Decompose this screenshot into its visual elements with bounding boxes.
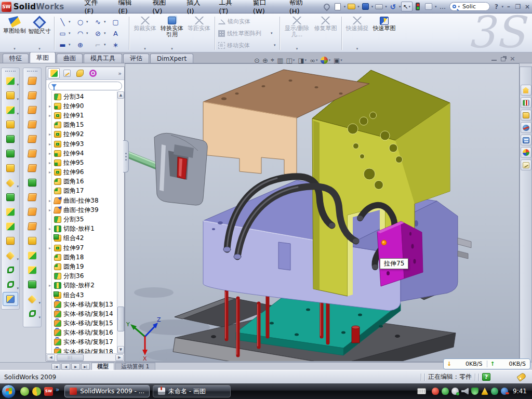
quick-launch-chevron[interactable]: » — [56, 386, 59, 393]
view-display-style[interactable]: ◨▾ — [297, 56, 308, 65]
tool-dashed-curve[interactable] — [3, 263, 18, 277]
menu-item[interactable]: 视图(V) — [145, 0, 180, 13]
chevron-down-icon[interactable]: ▾ — [104, 43, 106, 47]
tree-item[interactable]: ▸拉伸94 — [49, 149, 117, 158]
close-button[interactable]: × — [523, 3, 532, 11]
menu-item[interactable]: 插入(I) — [180, 0, 212, 13]
chevron-down-icon[interactable]: ▾ — [344, 5, 346, 9]
tree-item[interactable]: ▸拉伸90 — [49, 101, 117, 111]
tree-item[interactable]: 圆角16 — [49, 177, 117, 187]
print-button[interactable] — [374, 2, 384, 11]
model-tab[interactable]: 模型 — [91, 363, 114, 370]
tree-item[interactable]: ▸切除-放样1 — [49, 224, 117, 234]
tool-extend-surface[interactable] — [24, 176, 40, 190]
tool-lofted-surface[interactable] — [24, 117, 40, 131]
chevron-down-icon[interactable]: ▾ — [86, 31, 88, 35]
tree-item[interactable]: 组合43 — [49, 290, 117, 300]
chevron-down-icon[interactable]: ▾ — [17, 97, 19, 101]
tab-propertymanager[interactable] — [61, 68, 73, 78]
taskbar-clock[interactable]: 9:41 — [513, 388, 527, 395]
model-part-core-insert[interactable] — [126, 133, 207, 205]
tool-split-b[interactable] — [3, 219, 18, 233]
tree-item[interactable]: ▸切除-放样2 — [49, 281, 117, 290]
shield-plus-icon[interactable] — [491, 388, 498, 395]
tool-wedge[interactable] — [3, 147, 18, 161]
sketch-tool-polygon[interactable]: ⊕ — [74, 39, 91, 50]
sketch-tool-ellipse[interactable]: ⊘▾ — [92, 28, 109, 39]
scroll-right-button[interactable]: ▶ — [115, 354, 124, 361]
model-canvas[interactable]: Y Z X — [125, 66, 519, 361]
tab-模具工具[interactable]: 模具工具 — [84, 54, 122, 63]
tool-offset-surface[interactable] — [24, 147, 40, 161]
tree-item[interactable]: ▸拉伸93 — [49, 139, 117, 149]
expand-arrow-icon[interactable]: ▸ — [49, 283, 54, 288]
tool-swept-surface[interactable] — [24, 74, 40, 88]
tool-loft[interactable] — [3, 117, 18, 131]
taskpane-tab-resources[interactable] — [521, 97, 531, 108]
chevron-down-icon[interactable]: ▾ — [38, 301, 41, 305]
view-zoom-to-area[interactable]: ⊕ — [261, 56, 269, 65]
tree-item[interactable]: ▸拉伸97 — [49, 243, 117, 252]
expand-arrow-icon[interactable]: ▸ — [49, 170, 54, 175]
tree-item[interactable]: 实体-移动/复制14 — [49, 309, 117, 318]
sketch-tool-rectangle[interactable]: ▭▾ — [57, 28, 74, 39]
tree-item[interactable]: 实体-移动/复制15 — [49, 319, 117, 328]
quick-tips-button[interactable]: ? — [482, 373, 490, 381]
view-view-orientation[interactable]: ◫▾ — [285, 56, 296, 65]
view-view-settings[interactable]: ▣▾ — [332, 56, 344, 65]
chevron-down-icon[interactable]: ▾ — [17, 83, 19, 87]
chevron-down-icon[interactable]: ▾ — [14, 47, 16, 51]
tool-extrude-cut[interactable]: ▾ — [3, 88, 18, 102]
toolbar-grip[interactable] — [5, 71, 16, 72]
chevron-down-icon[interactable]: ▾ — [17, 257, 19, 261]
view-zoom-to-selection[interactable]: ⌖ — [270, 56, 275, 65]
tool-instant3d[interactable] — [3, 292, 18, 306]
chevron-down-icon[interactable]: ▾ — [371, 5, 374, 9]
solidworks-icon[interactable]: SW — [44, 387, 53, 396]
scroll-left-button[interactable]: ◀ — [47, 354, 55, 361]
search-input[interactable] — [461, 3, 484, 10]
taskpane-tab-home[interactable] — [521, 85, 531, 96]
chevron-down-icon[interactable]: ▾ — [435, 5, 437, 9]
chevron-down-icon[interactable]: ▾ — [69, 20, 71, 24]
tree-item[interactable]: ▸曲面-拉伸39 — [49, 205, 117, 215]
chevron-down-icon[interactable]: ▾ — [17, 112, 19, 116]
sketch-draw-button[interactable]: 草图绘制 ▾ — [2, 15, 27, 52]
tag-icon[interactable] — [516, 372, 526, 381]
expand-arrow-icon[interactable]: ▸ — [49, 104, 54, 109]
chevron-down-icon[interactable]: ▾ — [408, 5, 410, 9]
pin-icon[interactable] — [322, 2, 332, 11]
tree-item[interactable]: ▸拉伸92 — [49, 130, 117, 139]
chevron-down-icon[interactable]: ▾ — [17, 286, 19, 290]
modeltab-nav-2[interactable]: ▶ — [71, 363, 80, 370]
taskbar-button[interactable]: SolidWorks 2009 - ... — [64, 385, 150, 397]
tree-item[interactable]: 圆角18 — [49, 252, 117, 262]
convert-entities-button[interactable]: 转换实体引用 ▾ — [158, 15, 185, 52]
toolbar-overflow[interactable]: … — [437, 2, 447, 11]
tool-combine-pair[interactable] — [3, 190, 18, 204]
sketch-tool-line[interactable]: ╲▾ — [57, 16, 74, 28]
chevron-down-icon[interactable]: ▾ — [38, 47, 41, 51]
tree-item[interactable]: 实体-移动/复制18 — [49, 347, 117, 353]
expand-arrow-icon[interactable]: ▸ — [49, 113, 54, 118]
warning-yellow-icon[interactable] — [481, 388, 488, 395]
menu-item[interactable]: 编辑(E) — [112, 0, 146, 13]
chevron-down-icon[interactable]: ▾ — [293, 58, 295, 62]
tree-item[interactable]: 分割36 — [49, 272, 117, 281]
tool-ruled-surface[interactable] — [24, 248, 40, 262]
tool-split-a[interactable] — [3, 205, 18, 219]
tab-featuremanager[interactable] — [48, 68, 60, 78]
sketch-tool-slot[interactable]: ▬▾ — [57, 39, 74, 50]
tree-item[interactable]: ▸拉伸95 — [49, 158, 117, 167]
tool-knit-surface[interactable] — [24, 190, 40, 204]
tree-item[interactable]: ▸曲面-拉伸38 — [49, 196, 117, 205]
tab-特征[interactable]: 特征 — [3, 54, 29, 63]
chevron-down-icon[interactable]: ▾ — [399, 5, 401, 9]
view-zoom-to-fit[interactable]: ⊙ — [253, 56, 261, 65]
taskpane-tab-view-palette[interactable] — [521, 135, 531, 145]
scroll-down-button[interactable]: ▼ — [117, 346, 124, 353]
tool-c-surface[interactable] — [24, 103, 40, 117]
menu-item[interactable]: 工具(T) — [212, 0, 246, 13]
options-button[interactable] — [424, 2, 434, 11]
tab-configurationmanager[interactable] — [74, 68, 86, 78]
